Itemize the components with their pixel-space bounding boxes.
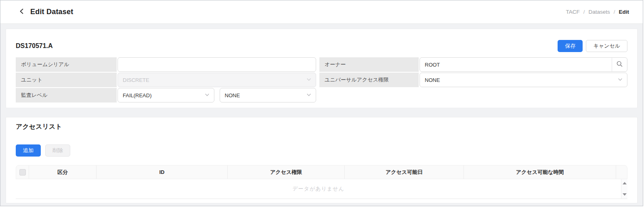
owner-cell: [420, 57, 627, 72]
page-title: Edit Dataset: [30, 8, 73, 16]
select-all-checkbox[interactable]: [19, 169, 26, 176]
table-empty-row: データがありません: [16, 179, 621, 199]
breadcrumb-separator: /: [583, 9, 585, 15]
app-window: Edit Dataset TACF / Datasets / Edit DS17…: [0, 0, 643, 206]
column-header-scrollbar-spacer: [616, 165, 627, 179]
form-gap: [317, 57, 319, 72]
breadcrumb-separator: /: [614, 9, 615, 15]
audit-level-secondary-select[interactable]: NONE: [220, 88, 317, 102]
access-list-table: 区分 ID アクセス権限 アクセス可能日 アクセス可能な時間 データがありません: [16, 165, 627, 199]
owner-search-button[interactable]: [612, 58, 627, 71]
unit-label: ユニット: [16, 73, 117, 87]
empty-message: データがありません: [292, 185, 344, 192]
form-gap: [317, 88, 319, 102]
owner-input-group: [420, 57, 627, 72]
access-list-panel: アクセスリスト 追加 削除 区分 ID アクセス権限 アクセス可能日 アクセス可…: [6, 117, 638, 203]
owner-label: オーナー: [319, 57, 419, 72]
universal-access-select[interactable]: NONE: [420, 73, 627, 87]
access-list-actions: 追加 削除: [16, 144, 627, 157]
audit-level-cell: FAIL(READ) NONE: [117, 88, 316, 102]
volume-serial-input[interactable]: [117, 57, 316, 72]
access-list-title: アクセスリスト: [16, 123, 627, 131]
audit-level-secondary-value: NONE: [225, 92, 240, 98]
dataset-panel-header: DS170571.A 保存 キャンセル: [16, 40, 627, 52]
chevron-down-icon: [618, 77, 623, 83]
breadcrumb-item-tacf[interactable]: TACF: [566, 9, 579, 15]
breadcrumb: TACF / Datasets / Edit: [566, 9, 629, 15]
dataset-name: DS170571.A: [16, 42, 53, 50]
select-all-cell: [16, 165, 29, 179]
audit-level-primary-select[interactable]: FAIL(READ): [117, 88, 214, 102]
delete-button: 削除: [45, 144, 70, 157]
owner-input[interactable]: [420, 58, 612, 71]
audit-level-primary-value: FAIL(READ): [123, 92, 152, 98]
dataset-form: ボリュームシリアル オーナー: [16, 57, 627, 108]
column-header-accessible-day: アクセス可能日: [344, 165, 464, 179]
chevron-down-icon: [306, 92, 311, 98]
form-empty-cell: [319, 88, 419, 102]
unit-select-value: DISCRETE: [123, 77, 149, 83]
table-body: データがありません: [16, 179, 627, 199]
unit-select: DISCRETE: [117, 73, 316, 87]
universal-access-cell: NONE: [420, 73, 627, 87]
save-button[interactable]: 保存: [558, 40, 583, 52]
breadcrumb-item-edit: Edit: [619, 9, 629, 15]
column-header-category: 区分: [29, 165, 96, 179]
unit-cell: DISCRETE: [117, 73, 316, 87]
page-content: DS170571.A 保存 キャンセル ボリュームシリアル オーナー: [0, 24, 643, 203]
chevron-left-icon: [19, 8, 25, 16]
panel-actions: 保存 キャンセル: [558, 40, 627, 52]
top-bar: Edit Dataset TACF / Datasets / Edit: [0, 0, 643, 24]
chevron-down-icon: [205, 92, 210, 98]
volume-serial-cell: [117, 57, 316, 72]
breadcrumb-item-datasets[interactable]: Datasets: [588, 9, 610, 15]
table-vertical-scrollbar[interactable]: [621, 179, 627, 199]
dataset-panel: DS170571.A 保存 キャンセル ボリュームシリアル オーナー: [6, 29, 638, 108]
audit-level-selects: FAIL(READ) NONE: [117, 88, 316, 102]
universal-access-select-value: NONE: [425, 77, 440, 83]
search-icon: [616, 61, 623, 69]
volume-serial-label: ボリュームシリアル: [16, 57, 117, 72]
back-button[interactable]: [17, 7, 27, 17]
scroll-down-icon[interactable]: [623, 193, 627, 196]
form-gap: [317, 73, 319, 87]
universal-access-label: ユニバーサルアクセス権限: [319, 73, 419, 87]
audit-level-label: 監査レベル: [16, 88, 117, 102]
form-empty-cell: [420, 88, 627, 102]
chevron-down-icon: [306, 77, 311, 83]
table-header-row: 区分 ID アクセス権限 アクセス可能日 アクセス可能な時間: [16, 165, 627, 179]
column-header-id: ID: [96, 165, 227, 179]
cancel-button[interactable]: キャンセル: [586, 40, 627, 52]
column-header-accessible-time: アクセス可能な時間: [464, 165, 616, 179]
add-button[interactable]: 追加: [16, 144, 41, 157]
scroll-up-icon[interactable]: [623, 182, 627, 184]
column-header-access-permission: アクセス権限: [227, 165, 344, 179]
